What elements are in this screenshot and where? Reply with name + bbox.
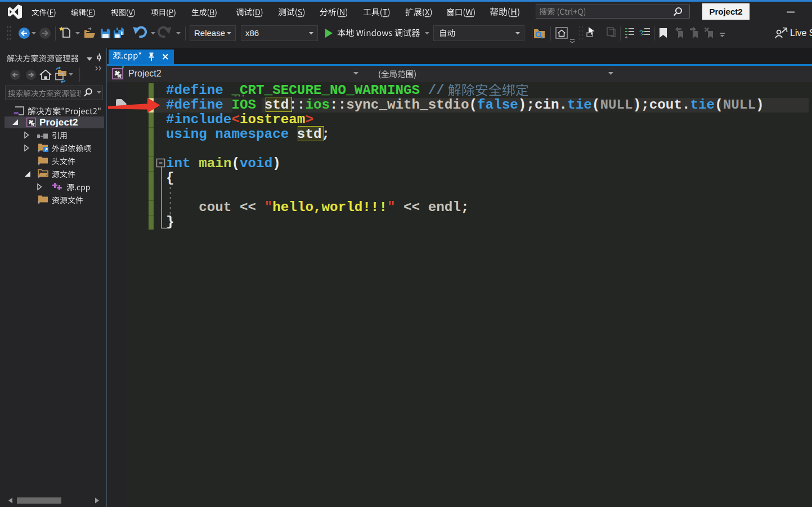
svg-text:?: ? xyxy=(639,29,643,37)
